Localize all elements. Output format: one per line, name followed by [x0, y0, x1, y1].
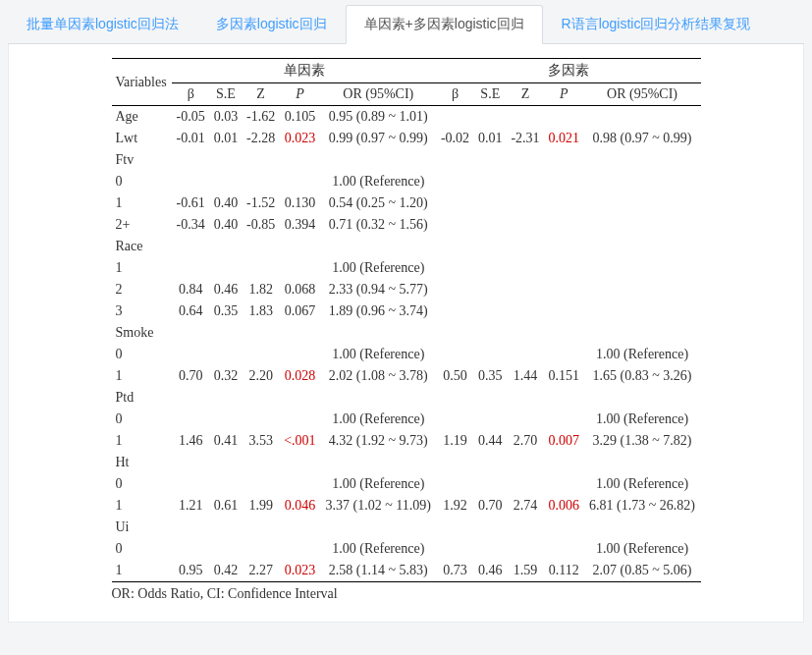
uni-or-cell: 0.99 (0.97 ~ 0.99): [320, 128, 436, 149]
table-row: Ht: [112, 452, 701, 473]
multi-z-cell: [507, 473, 544, 495]
uni-or-cell: 1.00 (Reference): [320, 538, 436, 560]
tab-uni-plus-multi[interactable]: 单因素+多因素logistic回归: [346, 5, 543, 44]
multi-se-cell: [474, 387, 507, 409]
row-label: 1: [112, 560, 173, 582]
uni-or-cell: 0.71 (0.32 ~ 1.56): [320, 214, 436, 236]
multi-or-cell: [584, 214, 701, 236]
multi-b-cell: 1.92: [436, 495, 473, 517]
uni-se-cell: 0.35: [209, 300, 242, 322]
row-label: 1: [112, 365, 173, 387]
multi-p-cell: 0.112: [544, 560, 584, 582]
uni-z-cell: [243, 538, 280, 560]
multi-or-cell: [584, 322, 701, 344]
multi-p-cell: [544, 106, 584, 129]
multi-or-cell: [584, 279, 701, 300]
multi-or-cell: 6.81 (1.73 ~ 26.82): [584, 495, 701, 517]
multi-or-cell: [584, 452, 701, 473]
uni-b-cell: [172, 538, 209, 560]
uni-z-cell: 1.83: [243, 300, 280, 322]
row-label: 3: [112, 300, 173, 322]
uni-b-cell: [172, 257, 209, 279]
multi-z-cell: [507, 171, 544, 192]
uni-se-cell: 0.61: [209, 495, 242, 517]
multi-se-cell: [474, 257, 507, 279]
table-row: 2+-0.340.40-0.850.3940.71 (0.32 ~ 1.56): [112, 214, 701, 236]
uni-p-cell: [280, 473, 320, 495]
row-label: Race: [112, 236, 173, 257]
uni-z-cell: [243, 517, 280, 538]
multi-p-cell: [544, 279, 584, 300]
col-variables: Variables: [112, 59, 173, 106]
multi-p-cell: [544, 300, 584, 322]
col-multi-p: P: [544, 83, 584, 106]
table-row: Race: [112, 236, 701, 257]
multi-or-cell: 0.98 (0.97 ~ 0.99): [584, 128, 701, 149]
multi-or-cell: 3.29 (1.38 ~ 7.82): [584, 430, 701, 452]
multi-se-cell: [474, 538, 507, 560]
row-label: 2: [112, 279, 173, 300]
multi-p-cell: [544, 538, 584, 560]
table-row: 10.950.422.270.0232.58 (1.14 ~ 5.83)0.73…: [112, 560, 701, 582]
multi-p-cell: [544, 171, 584, 192]
row-label: Ftv: [112, 149, 173, 171]
uni-z-cell: [243, 171, 280, 192]
multi-se-cell: [474, 149, 507, 171]
multi-or-cell: 1.00 (Reference): [584, 344, 701, 365]
tab-batch-univariate[interactable]: 批量单因素logistic回归法: [8, 5, 197, 44]
col-uni-or: OR (95%CI): [320, 83, 436, 106]
multi-z-cell: [507, 257, 544, 279]
table-row: 11.460.413.53<.0014.32 (1.92 ~ 9.73)1.19…: [112, 430, 701, 452]
uni-se-cell: [209, 409, 242, 430]
uni-or-cell: [320, 322, 436, 344]
col-multi-se: S.E: [474, 83, 507, 106]
multi-b-cell: [436, 149, 473, 171]
multi-b-cell: [436, 236, 473, 257]
uni-se-cell: 0.03: [209, 106, 242, 129]
regression-table: Variables 单因素 多因素 β S.E Z P OR (95%CI) β…: [112, 58, 701, 582]
uni-b-cell: 1.46: [172, 430, 209, 452]
uni-se-cell: 0.40: [209, 214, 242, 236]
uni-b-cell: 0.84: [172, 279, 209, 300]
uni-or-cell: 2.33 (0.94 ~ 5.77): [320, 279, 436, 300]
uni-se-cell: [209, 517, 242, 538]
uni-b-cell: -0.61: [172, 192, 209, 214]
multi-se-cell: [474, 344, 507, 365]
row-label: 1: [112, 192, 173, 214]
uni-se-cell: 0.40: [209, 192, 242, 214]
uni-p-cell: 0.023: [280, 560, 320, 582]
uni-z-cell: [243, 322, 280, 344]
table-row: Lwt-0.010.01-2.280.0230.99 (0.97 ~ 0.99)…: [112, 128, 701, 149]
uni-or-cell: [320, 149, 436, 171]
multi-b-cell: 0.50: [436, 365, 473, 387]
uni-or-cell: [320, 517, 436, 538]
uni-b-cell: [172, 236, 209, 257]
multi-or-cell: 1.00 (Reference): [584, 538, 701, 560]
uni-or-cell: 3.37 (1.02 ~ 11.09): [320, 495, 436, 517]
uni-p-cell: 0.028: [280, 365, 320, 387]
multi-b-cell: [436, 538, 473, 560]
tab-r-reproduce[interactable]: R语言logistic回归分析结果复现: [543, 5, 770, 44]
multi-se-cell: [474, 279, 507, 300]
multi-se-cell: 0.46: [474, 560, 507, 582]
multi-se-cell: [474, 452, 507, 473]
uni-z-cell: -0.85: [243, 214, 280, 236]
uni-p-cell: [280, 171, 320, 192]
uni-p-cell: [280, 452, 320, 473]
uni-or-cell: 1.00 (Reference): [320, 409, 436, 430]
uni-b-cell: [172, 517, 209, 538]
multi-se-cell: 0.70: [474, 495, 507, 517]
uni-b-cell: -0.34: [172, 214, 209, 236]
tab-multivariate[interactable]: 多因素logistic回归: [197, 5, 346, 44]
multi-z-cell: 1.44: [507, 365, 544, 387]
multi-p-cell: 0.006: [544, 495, 584, 517]
uni-or-cell: 0.54 (0.25 ~ 1.20): [320, 192, 436, 214]
uni-or-cell: [320, 236, 436, 257]
table-row: 11.00 (Reference): [112, 257, 701, 279]
uni-b-cell: 1.21: [172, 495, 209, 517]
col-uni-se: S.E: [209, 83, 242, 106]
uni-or-cell: 4.32 (1.92 ~ 9.73): [320, 430, 436, 452]
table-row: 30.640.351.830.0671.89 (0.96 ~ 3.74): [112, 300, 701, 322]
uni-or-cell: [320, 387, 436, 409]
col-uni-z: Z: [243, 83, 280, 106]
